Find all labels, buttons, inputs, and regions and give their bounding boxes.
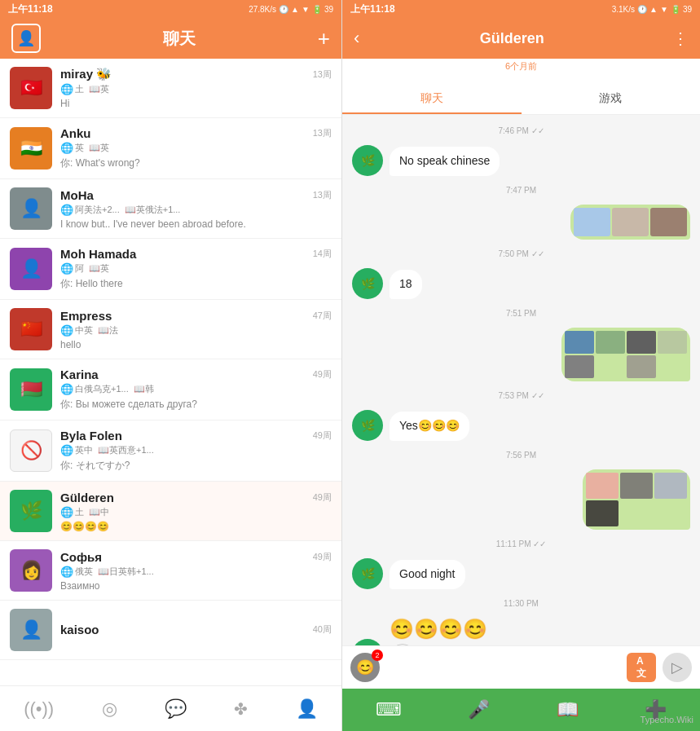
chat-list: 🇹🇷 miray 🐝 13周 🌐 土 📖英 Hi 🇮🇳 Anku 13周 [0,59,341,685]
chat-info-moha: MoHa 13周 🌐 阿美法+2... 📖英俄法+1... I know but… [60,188,332,230]
right-signal-icon: ▲ [649,5,658,14]
chat-time-miray: 13周 [313,68,332,81]
avatar-moha: 👤 [10,187,52,230]
img-cell [565,355,594,378]
chat-item-karina[interactable]: 🇧🇾 Karina 49周 🌐 白俄乌克+1... 📖韩 你: Вы может… [0,359,341,421]
img-cell [654,473,687,499]
translate-button[interactable]: A文 [627,653,656,682]
img-cell [574,208,610,236]
left-panel: 上午11:18 27.8K/s 🕐 ▲ ▼ 🔋 39 👤 聊天 + 🇹🇷 mir… [0,0,342,731]
chat-item-empress[interactable]: 🇨🇳 Empress 47周 🌐 中英 📖法 hello [0,300,341,359]
msg-time-7: 11:11 PM ✓✓ [352,539,690,548]
chat-item-byla-folen[interactable]: 🚫 Byla Folen 49周 🌐 英中 📖英西意+1... 你: それですか… [0,421,341,482]
chat-tags-byla-folen: 🌐 英中 📖英西意+1... [60,444,332,456]
msg-avatar-5: 🌿 [352,410,383,441]
chat-info-miray: miray 🐝 13周 🌐 土 📖英 Hi [60,67,332,109]
left-status-icons: 27.8K/s 🕐 ▲ ▼ 🔋 39 [249,5,333,14]
nav-profile[interactable]: 👤 [286,695,328,723]
left-header: 👤 聊天 + [0,18,341,59]
msg-avatar-7: 🌿 [352,558,383,589]
signal-icon: ▲ [291,5,299,14]
right-speed: 3.1K/s [612,5,635,14]
img-cell [565,331,594,354]
right-status-icons: 3.1K/s 🕐 ▲ ▼ 🔋 39 [612,5,692,14]
chat-item-moha[interactable]: 👤 MoHa 13周 🌐 阿美法+2... 📖英俄法+1... I know b… [0,179,341,239]
nav-explore[interactable]: ✤ [224,696,258,722]
chat-name-miray: miray 🐝 [60,67,112,81]
send-icon: ▷ [671,658,683,676]
read-tag-byla-folen: 📖英西意+1... [98,444,154,456]
msg-avatar-1: 🌿 [352,145,383,176]
user-avatar-input: 😊 2 [350,653,380,682]
battery-icon: 🔋 [312,5,322,14]
chat-item-kaisoo[interactable]: 👤 kaisoo 40周 [0,601,341,660]
chat-item-miray[interactable]: 🇹🇷 miray 🐝 13周 🌐 土 📖英 Hi [0,59,341,118]
bottom-toolbar: ⌨ 🎤 📖 ➕ [342,689,700,731]
right-battery-level: 39 [683,5,692,14]
msg-text-1: No speak chinese [399,154,490,167]
msg-row-6 [352,469,690,530]
right-header: ‹ Gülderen ⋮ 6个月前 聊天 游戏 [342,18,700,115]
chat-item-moh-hamada[interactable]: 👤 Moh Hamada 14周 🌐 阿 📖英 你: Hello there [0,239,341,300]
tab-games[interactable]: 游戏 [522,85,701,114]
speak-tag-gulderen: 🌐 土 [60,506,84,518]
msg-time-3: 7:50 PM ✓✓ [352,249,690,258]
chat-nav-icon: 💬 [165,698,187,720]
chat-item-gulderen[interactable]: 🌿 Gülderen 49周 🌐 土 📖中 😊😊😊😊 [0,482,341,541]
book-button[interactable]: 📖 [557,699,579,720]
left-title: 聊天 [163,28,196,50]
input-area: 😊 2 A文 ▷ [342,645,700,689]
add-button[interactable]: + [318,26,330,51]
img-cell [627,331,656,354]
img-cell [612,208,649,236]
nav-radio[interactable]: ((•)) [14,695,64,723]
img-cell [627,355,656,378]
chat-name-sofya: Софья [60,550,102,564]
bubble-5: Yes😊😊😊 [390,412,469,441]
emoji-msg-group: 😊😊😊😊 🎤 🙂 [390,618,487,645]
contact-name: Gülderen [351,30,672,47]
chat-icon[interactable]: 👤 [11,24,41,53]
chat-time-karina: 49周 [313,368,332,381]
avatar-anku: 🇮🇳 [10,127,52,170]
chat-name-moha: MoHa [60,188,94,202]
tab-chat[interactable]: 聊天 [342,85,522,114]
home-icon: ◎ [102,698,117,720]
emoji-bubble: 😊😊😊😊 [390,618,487,641]
right-clock-icon: 🕐 [637,5,647,14]
microphone-button[interactable]: 🎤 [468,699,490,720]
chat-preview-miray: Hi [60,98,332,109]
right-status-bar: 上午11:18 3.1K/s 🕐 ▲ ▼ 🔋 39 [342,0,700,18]
explore-icon: ✤ [234,699,248,719]
send-button[interactable]: ▷ [663,653,692,682]
right-header-top: ‹ Gülderen ⋮ [342,18,700,59]
avatar-moh-hamada: 👤 [10,248,52,290]
left-status-time: 上午11:18 [8,2,53,16]
nav-home[interactable]: ◎ [92,695,127,723]
profile-icon: 👤 [296,698,318,720]
more-button[interactable]: ⋮ [672,29,689,48]
chat-time-empress: 47周 [313,310,332,322]
keyboard-button[interactable]: ⌨ [376,699,402,720]
msg-row-8: 🌿 😊😊😊😊 🎤 🙂 [352,618,690,645]
msg-row-3: 🌿 18 [352,268,690,299]
chat-info-gulderen: Gülderen 49周 🌐 土 📖中 😊😊😊😊 [60,491,332,532]
clock-icon: 🕐 [279,5,288,14]
chat-item-anku[interactable]: 🇮🇳 Anku 13周 🌐 英 📖英 你: What's wrong? [0,118,341,179]
chat-time-sofya: 49周 [313,551,332,563]
bubble-img-2 [561,328,690,381]
chat-time-byla-folen: 49周 [313,429,332,442]
chat-preview-sofya: Взаимно [60,580,332,592]
right-battery-icon: 🔋 [671,5,680,14]
bottom-nav: ((•)) ◎ 💬 ✤ 👤 [0,685,341,731]
watermark: Typecho.Wiki [641,715,693,724]
nav-chat[interactable]: 💬 [155,695,196,723]
speak-tag-miray: 🌐 土 [60,83,84,95]
chat-name-gulderen: Gülderen [60,491,114,504]
chat-preview-empress: hello [60,339,332,350]
msg-time-5: 7:53 PM ✓✓ [352,391,690,400]
messages-area: 7:46 PM ✓✓ 🌿 No speak chinese 7:47 PM 7:… [342,115,700,645]
read-tag-empress: 📖法 [98,324,118,337]
msg-row-4 [352,328,690,381]
chat-item-sofya[interactable]: 👩 Софья 49周 🌐 俄英 📖日英韩+1... Взаимно [0,541,341,601]
